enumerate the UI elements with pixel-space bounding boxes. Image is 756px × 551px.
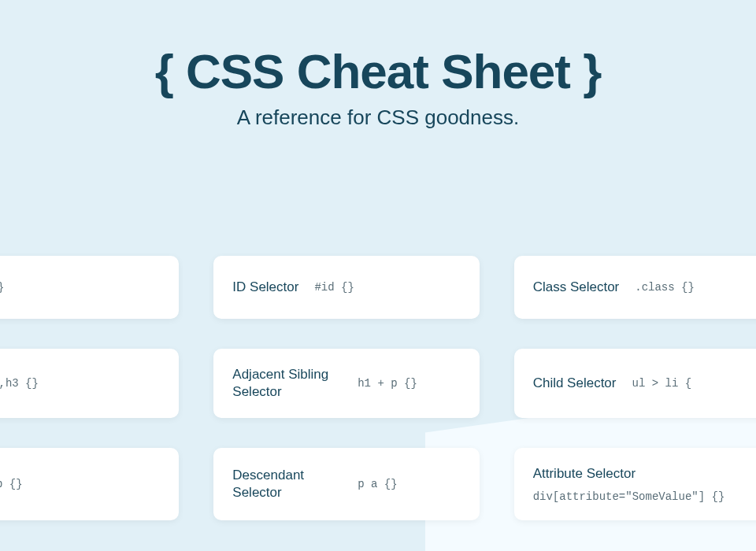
selector-code: .class {} xyxy=(619,281,756,294)
selector-label: Descendant Selector xyxy=(232,467,342,501)
selector-card: ng h1 ~ p {} xyxy=(0,448,179,520)
selector-code: h1 + p {} xyxy=(342,377,460,390)
selector-card: Attribute Selector div[attribute="SomeVa… xyxy=(514,448,756,520)
selector-code: h1, h2 ,h3 {} xyxy=(0,377,160,390)
selector-label: Class Selector xyxy=(533,279,620,296)
selector-label: ID Selector xyxy=(232,279,298,296)
header: { CSS Cheat Sheet } A reference for CSS … xyxy=(0,0,756,130)
selector-card: ID Selector #id {} xyxy=(213,256,479,319)
selector-card: Class Selector .class {} xyxy=(514,256,756,319)
selector-label: Adjacent Sibling Selector xyxy=(232,366,342,401)
selector-card: Adjacent Sibling Selector h1 + p {} xyxy=(213,349,479,418)
selector-code: #id {} xyxy=(298,281,460,294)
selector-code: div[attribute="SomeValue"] {} xyxy=(533,490,725,503)
selector-code: * {} xyxy=(0,281,160,294)
selector-card: r h1, h2 ,h3 {} xyxy=(0,349,179,418)
selector-code: p a {} xyxy=(342,478,460,490)
selector-card: Child Selector ul > li { xyxy=(514,349,756,418)
page-subtitle: A reference for CSS goodness. xyxy=(0,105,756,130)
selector-card: Descendant Selector p a {} xyxy=(213,448,479,520)
selector-card: ector * {} xyxy=(0,256,179,319)
selector-grid: ector * {} ID Selector #id {} Class Sele… xyxy=(0,256,756,520)
selector-code: ul > li { xyxy=(616,377,756,390)
selector-label: Attribute Selector xyxy=(533,465,636,483)
page-title: { CSS Cheat Sheet } xyxy=(0,43,756,99)
selector-label: Child Selector xyxy=(533,375,617,392)
selector-code: h1 ~ p {} xyxy=(0,478,160,490)
